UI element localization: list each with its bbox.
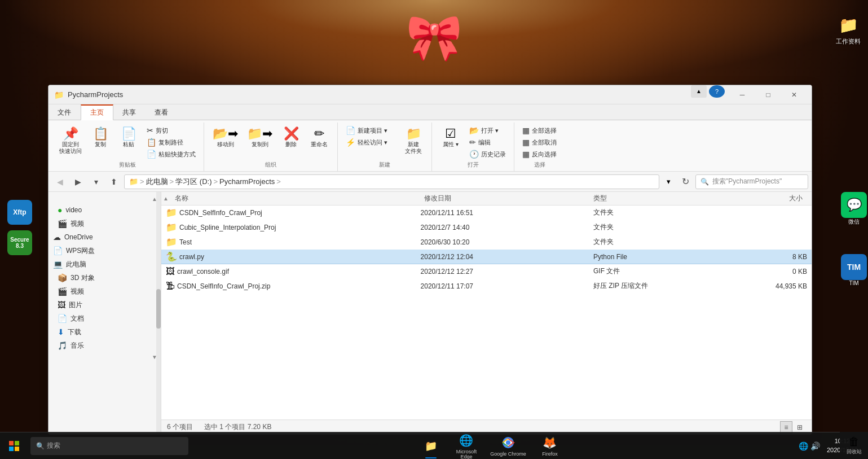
start-button[interactable] (0, 432, 28, 460)
file-row[interactable]: 📁 Cubic_Spline_Interpolation_Proj 2020/1… (161, 220, 812, 235)
select-none-btn[interactable]: ▦ 全部取消 (519, 137, 560, 148)
taskbar-app-chrome[interactable]: Google Chrome (488, 432, 528, 460)
svg-rect-1 (15, 441, 19, 445)
svg-rect-0 (9, 441, 14, 445)
taskbar-search[interactable]: 🔍 搜索 (30, 437, 188, 455)
edit-btn[interactable]: ✏ 编辑 (466, 137, 509, 148)
select-all-btn[interactable]: ▦ 全部选择 (519, 125, 560, 136)
properties-btn[interactable]: ☑ 属性 ▾ (437, 125, 465, 151)
select-all-label: 全部选择 (532, 126, 557, 135)
recycle-label: 回收站 (847, 448, 862, 456)
recycle-bin-taskbar[interactable]: 🗑 回收站 (840, 432, 868, 459)
col-header-date[interactable]: 修改日期 (420, 194, 589, 203)
tim-float[interactable]: TIM TIM (841, 254, 867, 286)
taskbar-app-edge[interactable]: 🌐 MicrosoftEdge (447, 432, 486, 460)
file-size-gif: 0 KB (721, 268, 812, 276)
sidebar-scroll-down[interactable]: ▼ (49, 352, 161, 361)
sidebar-item-3dobjects[interactable]: 📦 3D 对象 (49, 271, 161, 285)
file-row[interactable]: 🖼 crawl_console.gif 2020/12/12 12:27 GIF… (161, 264, 812, 279)
taskbar: 🔍 搜索 📁 🌐 MicrosoftEdge (0, 432, 868, 459)
file-date-gif: 2020/12/12 12:27 (416, 268, 589, 276)
open-file-btn[interactable]: 📂 打开 ▾ (466, 125, 509, 136)
sidebar-scrollbar[interactable] (156, 192, 161, 434)
ribbon-tab-file[interactable]: 文件 (49, 104, 81, 120)
file-row[interactable]: 🗜 CSDN_SelfInfo_Crawl_Proj.zip 2020/12/1… (161, 279, 812, 294)
file-name-gif: 🖼 crawl_console.gif (161, 266, 416, 277)
pin-btn[interactable]: 📌 固定到快速访问 (55, 125, 86, 158)
cut-btn[interactable]: ✂ 剪切 (143, 125, 199, 136)
sidebar-item-pictures[interactable]: 🖼 图片 (49, 298, 161, 312)
sidebar-item-wps[interactable]: 📄 WPS网盘 (49, 244, 161, 257)
desktop-icon-work-resource[interactable]: 📁 工作资料 (829, 11, 868, 47)
history-btn[interactable]: 🕐 历史记录 (466, 148, 509, 160)
col-header-type[interactable]: 类型 (589, 194, 718, 203)
wechat-float[interactable]: 💬 微信 (841, 192, 867, 226)
minimize-btn[interactable]: ─ (729, 85, 755, 104)
desktop-icon-xftp[interactable]: Xftp (0, 198, 39, 227)
paste-btn[interactable]: 📄 粘贴 (115, 125, 142, 151)
easy-access-icon: ⚡ (346, 138, 355, 147)
ribbon-collapse-btn[interactable]: ▲ (691, 85, 707, 98)
copy-to-btn[interactable]: 📁➡ 复制到 (243, 125, 276, 151)
title-bar: 📁 PycharmProjects ▲ ? ─ □ ✕ (49, 85, 812, 104)
nav-back-btn[interactable]: ◀ (52, 174, 68, 190)
sidebar-item-wps-label: WPS网盘 (66, 246, 95, 256)
copy-path-btn[interactable]: 📋 复制路径 (143, 137, 199, 148)
copy-btn[interactable]: 📋 复制 (87, 125, 114, 151)
nav-up-btn[interactable]: ⬆ (106, 174, 122, 190)
file-scroll-up[interactable]: ▲ (161, 195, 170, 202)
close-btn[interactable]: ✕ (781, 85, 807, 104)
sidebar-scroll-up[interactable]: ▲ (49, 194, 161, 203)
rename-btn[interactable]: ✏ 重命名 (306, 125, 333, 151)
delete-btn[interactable]: ❌ 删除 (277, 125, 305, 151)
sidebar-item-downloads[interactable]: ⬇ 下载 (49, 325, 161, 339)
desktop-icon-securecrt[interactable]: Secure8.3 (0, 228, 39, 257)
wechat-icon-container[interactable]: 💬 (841, 192, 867, 218)
col-header-size[interactable]: 大小 (718, 194, 807, 203)
title-bar-controls: ▲ ? ─ □ ✕ (691, 85, 807, 104)
paste-shortcut-icon: 📄 (147, 150, 156, 159)
taskbar-app-firefox[interactable]: 🦊 Firefox (530, 432, 570, 460)
sidebar-scrollbar-thumb[interactable] (156, 289, 161, 329)
refresh-btn[interactable]: ↻ (677, 174, 693, 190)
address-dropdown-btn[interactable]: ▾ (662, 174, 675, 189)
tim-icon-container[interactable]: TIM (841, 254, 867, 280)
sidebar-item-onedrive[interactable]: ☁ OneDrive (49, 230, 161, 244)
move-icon: 📂➡ (213, 128, 238, 140)
move-to-btn[interactable]: 📂➡ 移动到 (209, 125, 242, 151)
file-row-crawl-py[interactable]: 🐍 crawl.py 2020/12/12 12:04 Python File … (161, 250, 812, 264)
new-folder-btn[interactable]: 📁 新建文件夹 (400, 125, 427, 158)
ribbon-tab-home[interactable]: 主页 (81, 104, 113, 120)
maximize-btn[interactable]: □ (755, 85, 781, 104)
new-item-btn[interactable]: 📄 新建项目 ▾ (342, 125, 399, 136)
windows-logo-icon (9, 441, 19, 451)
history-icon: 🕐 (469, 150, 479, 159)
sidebar-item-thispc[interactable]: 💻 此电脑 (49, 257, 161, 271)
sidebar-item-videos-folder[interactable]: 🎬 视频 (49, 217, 161, 230)
nav-forward-btn[interactable]: ▶ (70, 174, 86, 190)
help-btn[interactable]: ? (709, 85, 725, 98)
sidebar-item-videos2[interactable]: 🎬 视频 (49, 285, 161, 298)
search-box[interactable]: 🔍 搜索"PycharmProjects" (695, 174, 808, 189)
file-type-cubic: 文件夹 (589, 222, 721, 232)
easy-access-btn[interactable]: ⚡ 轻松访问 ▾ (342, 137, 399, 148)
sidebar-item-music[interactable]: 🎵 音乐 (49, 339, 161, 352)
svg-rect-2 (9, 447, 14, 451)
paste-shortcut-btn[interactable]: 📄 粘贴快捷方式 (143, 148, 199, 160)
file-row[interactable]: 📁 Test 2020/6/30 10:20 文件夹 (161, 235, 812, 250)
ribbon-tab-share[interactable]: 共享 (113, 104, 146, 120)
file-name-csdn: 📁 CSDN_SelfInfo_Crawl_Proj (161, 207, 416, 218)
pin-label: 固定到快速访问 (59, 141, 82, 155)
invert-select-btn[interactable]: ▦ 反向选择 (519, 148, 560, 160)
ribbon-tab-view[interactable]: 查看 (146, 104, 178, 120)
invert-select-icon: ▦ (522, 150, 530, 159)
file-row[interactable]: 📁 CSDN_SelfInfo_Crawl_Proj 2020/12/11 16… (161, 206, 812, 220)
nav-recent-btn[interactable]: ▾ (88, 174, 104, 190)
address-path[interactable]: 📁 > 此电脑 > 学习区 (D:) > PycharmProjects > (124, 174, 659, 189)
ribbon-group-organize: 📂➡ 移动到 📁➡ 复制到 ❌ 删除 ✏ 重命名 (204, 123, 338, 171)
sidebar-item-video[interactable]: ● video (49, 203, 161, 217)
taskbar-app-explorer[interactable]: 📁 (417, 432, 444, 460)
sidebar-item-documents[interactable]: 📄 文档 (49, 312, 161, 325)
col-header-name[interactable]: 名称 (170, 194, 420, 203)
search-icon: 🔍 (36, 442, 45, 450)
